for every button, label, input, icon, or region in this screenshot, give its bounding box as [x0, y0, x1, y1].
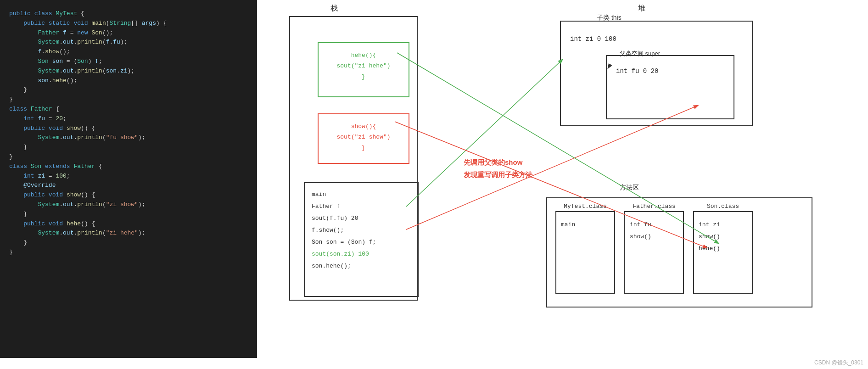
code-line-l28: public void hehe() {: [9, 219, 248, 229]
svg-line-3: [406, 60, 562, 207]
code-line-l29: System.out.println("zi hehe");: [9, 229, 248, 238]
code-line-l6: Son son = (Son) f;: [9, 57, 248, 67]
main-line6: sout(son.zi) 100: [312, 248, 411, 260]
hehe-box-content: hehe(){ sout("zi hehe") }: [319, 43, 409, 89]
hehe-line3: }: [362, 73, 365, 80]
mytest-box: MyTest.class main: [555, 211, 615, 294]
show-line2: sout("zi show"): [336, 134, 390, 140]
code-line-l3: Father f = new Son();: [9, 28, 248, 38]
watermark: CSDN @馒头_0301: [814, 359, 863, 367]
main-line7: son.hehe();: [312, 260, 411, 272]
code-panel: public class MyTest { public static void…: [0, 0, 257, 358]
code-line-l12: class Father {: [9, 105, 248, 114]
code-line-l20: class Son extends Father {: [9, 162, 248, 172]
father-content: int fu show(): [625, 212, 683, 250]
show-line1: show(){: [351, 123, 376, 130]
mytest-content: main: [556, 212, 614, 238]
father-label: Father.class: [625, 203, 683, 210]
stack-label: 栈: [330, 4, 338, 13]
code-line-l24: public void show() {: [9, 190, 248, 200]
hehe-line2: sout("zi hehe"): [336, 62, 390, 69]
diagram-area: 栈 hehe(){ sout("zi hehe") } show(){ sout…: [275, 0, 868, 369]
code-line-l26: }: [9, 210, 248, 219]
show-box-content: show(){ sout("zi show") }: [319, 114, 409, 160]
show-line3: }: [362, 145, 365, 151]
code-lines: public class MyTest { public static void…: [9, 9, 248, 257]
son-label: Son.class: [694, 203, 752, 210]
mytest-label: MyTest.class: [556, 203, 614, 210]
code-line-l5: f.show();: [9, 47, 248, 57]
heap-label: 堆: [638, 4, 645, 13]
code-line-l31: }: [9, 248, 248, 257]
main-line1: main: [312, 189, 411, 201]
main-box: main Father f sout(f.fu) 20 f.show(); So…: [304, 182, 419, 297]
code-line-l9: }: [9, 85, 248, 95]
code-line-l18: }: [9, 152, 248, 162]
main-box-content: main Father f sout(f.fu) 20 f.show(); So…: [305, 183, 418, 278]
annotation-line1: 先调用父类的show: [464, 156, 532, 168]
code-line-l17: }: [9, 143, 248, 152]
code-line-l13: int fu = 20;: [9, 114, 248, 124]
code-line-l30: }: [9, 238, 248, 248]
father-box: Father.class int fu show(): [624, 211, 684, 294]
fulei-box: int fu 0 20: [606, 55, 734, 119]
fulei-content: int fu 0 20: [607, 56, 734, 79]
annotation-text: 先调用父类的show 发现重写调用子类方法: [464, 156, 532, 181]
zilei-content: int zi 0 100: [561, 22, 752, 47]
code-line-l25: System.out.println("zi show");: [9, 200, 248, 210]
show-box: show(){ sout("zi show") }: [318, 113, 409, 164]
hehe-line1: hehe(){: [351, 52, 376, 59]
code-line-l7: System.out.println(son.zi);: [9, 67, 248, 76]
main-line2: Father f: [312, 201, 411, 212]
main-line5: Son son = (Son) f;: [312, 236, 411, 248]
code-line-l1: public class MyTest {: [9, 9, 248, 19]
code-line-l2: public static void main(String[] args) {: [9, 19, 248, 28]
code-line-l4: System.out.println(f.fu);: [9, 38, 248, 47]
code-line-l16: System.out.println("fu show");: [9, 133, 248, 143]
main-line4: f.show();: [312, 224, 411, 236]
code-line-l10: }: [9, 95, 248, 105]
code-line-l8: son.hehe();: [9, 76, 248, 86]
method-area-label: 方法区: [620, 184, 639, 192]
code-line-l15: public void show() {: [9, 124, 248, 134]
main-line3: sout(f.fu) 20: [312, 212, 411, 224]
stack-outer-box: hehe(){ sout("zi hehe") } show(){ sout("…: [289, 16, 418, 301]
code-line-l23: @Override: [9, 181, 248, 190]
annotation-line2: 发现重写调用子类方法: [464, 168, 532, 181]
son-box: Son.class int zi show() hehe(): [693, 211, 753, 294]
hehe-box: hehe(){ sout("zi hehe") }: [318, 42, 409, 97]
code-line-l21: int zi = 100;: [9, 172, 248, 181]
son-content: int zi show() hehe(): [694, 212, 752, 262]
